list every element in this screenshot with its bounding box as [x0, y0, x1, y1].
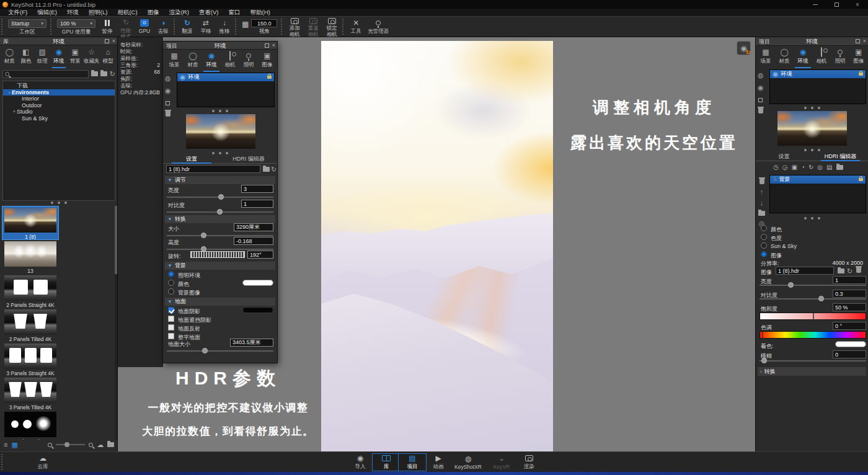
duplicate-icon[interactable] — [166, 101, 170, 105]
environment-list-item[interactable]: ◉ 环境 — [177, 73, 274, 81]
dock-icon[interactable] — [265, 43, 269, 48]
bg-color-radio[interactable] — [168, 280, 174, 286]
background-section-header[interactable]: ▼背景 — [165, 262, 275, 270]
menu-item-window[interactable]: 窗口 — [224, 9, 245, 16]
close-icon[interactable]: × — [272, 42, 275, 48]
brightness-slider[interactable] — [760, 285, 866, 286]
toolbar-grip[interactable] — [174, 19, 177, 35]
grid-view-icon[interactable]: ▦ — [11, 442, 17, 448]
menu-item-view[interactable]: 查看(V) — [195, 9, 223, 16]
pause-button[interactable]: 暂停 — [98, 17, 117, 37]
tab-environment[interactable]: ◉环境 — [202, 50, 221, 71]
tab-lighting[interactable]: 照明 — [831, 46, 849, 67]
saturation-gradient-slider[interactable] — [760, 313, 866, 320]
tree-item-outdoor[interactable]: Outdoor — [3, 102, 115, 109]
refresh-icon[interactable]: ↻ — [271, 166, 277, 173]
ground-reflection-checkbox[interactable] — [168, 324, 174, 331]
ground-size-slider[interactable] — [167, 350, 273, 352]
move-up-icon[interactable]: ↑ — [760, 189, 764, 195]
rotation-dial[interactable] — [190, 251, 245, 258]
animation-button[interactable]: ▶ 动画 — [424, 453, 453, 471]
background-layer-item[interactable]: └ 背景 — [770, 175, 866, 184]
trash-icon[interactable] — [856, 267, 861, 273]
tab-lighting[interactable]: 照明 — [239, 50, 258, 71]
tree-item-studio[interactable]: +Studio — [3, 109, 115, 115]
toolbar-grip[interactable] — [235, 19, 238, 35]
sphere-view-icon[interactable]: ◎ — [817, 164, 823, 171]
hdr-file-field[interactable]: 1 (8).hdr — [166, 165, 260, 173]
contrast-slider[interactable] — [167, 211, 273, 213]
bg-color-swatch[interactable] — [242, 280, 273, 286]
environment-library-icon[interactable]: ◍ — [165, 75, 171, 82]
height-field[interactable]: -0.168 — [234, 237, 273, 245]
close-icon[interactable]: × — [112, 38, 115, 44]
toolbar-grip[interactable] — [281, 19, 284, 35]
menu-item-environment[interactable]: 环境 — [63, 9, 83, 16]
library-search-input[interactable] — [2, 70, 89, 78]
trash-icon[interactable] — [760, 179, 764, 184]
thumbnail-item[interactable]: 2 Panels Straight 4K — [2, 274, 59, 308]
list-view-icon[interactable]: ≡ — [4, 442, 7, 448]
menu-item-file[interactable]: 文件(F) — [4, 9, 32, 16]
drag-dots[interactable] — [756, 217, 868, 220]
add-folder-icon[interactable] — [100, 71, 107, 76]
transform-section-header[interactable]: ▼转换 — [165, 215, 275, 223]
open-file-icon[interactable] — [838, 269, 844, 273]
menu-item-camera[interactable]: 相机(C) — [113, 9, 141, 16]
refresh-icon[interactable]: ↻ — [847, 268, 852, 275]
add-pin-icon[interactable]: ◷ — [773, 164, 779, 171]
tab-material[interactable]: ◯材质 — [775, 46, 794, 67]
folder-icon[interactable] — [758, 211, 765, 216]
drag-dots[interactable] — [163, 110, 277, 112]
hue-gradient-slider[interactable] — [760, 331, 866, 339]
type-sunsky-radio[interactable] — [761, 242, 767, 249]
brightness-field[interactable]: 1 — [833, 276, 866, 284]
contrast-slider[interactable] — [760, 298, 866, 300]
cloud-library-button[interactable]: ☁ 云库 — [29, 453, 57, 471]
thumbnail-item[interactable]: 3 Point Dark 4K — [2, 411, 59, 440]
menu-item-image[interactable]: 图像 — [143, 9, 164, 16]
library-tab-favorites[interactable]: ☆收藏夹 — [84, 46, 100, 67]
size-field[interactable]: 3290厘米 — [234, 223, 273, 231]
minimize-button[interactable] — [805, 0, 826, 9]
dolly-button[interactable]: ↓ 推移 — [215, 17, 234, 37]
menu-item-render[interactable]: 渲染(R) — [165, 9, 193, 16]
library-tab-colors[interactable]: ◧颜色 — [18, 46, 35, 67]
rotation-field[interactable]: 192° — [247, 251, 273, 259]
keyvr-button[interactable]: ◒ KeyVR — [487, 453, 516, 471]
ground-section-header[interactable]: ▼地面 — [165, 298, 275, 306]
keyshotxr-button[interactable]: ◍ KeyShotXR — [450, 453, 486, 471]
blur-field[interactable]: 0 — [833, 350, 866, 358]
library-tab-textures[interactable]: ▨纹理 — [34, 46, 51, 67]
type-color-radio[interactable] — [761, 225, 767, 231]
library-tab-backplates[interactable]: ▣背景 — [67, 46, 84, 67]
light-manager-button[interactable]: 光管理器 — [365, 17, 391, 37]
tab-image[interactable]: ▣图像 — [258, 50, 277, 71]
ground-size-field[interactable]: 3403.5厘米 — [230, 339, 273, 347]
thumbnail-size-slider[interactable] — [56, 444, 85, 445]
adjust-section-header[interactable]: ▼调节 — [165, 176, 275, 184]
blur-slider[interactable] — [760, 360, 866, 362]
fov-input[interactable]: 150.0 — [251, 19, 277, 27]
thumbnail-item[interactable]: 2 Panels Tilted 4K — [2, 308, 59, 342]
save-as-icon[interactable] — [836, 165, 843, 170]
ribbon-grip[interactable] — [1, 454, 2, 470]
duplicate-icon[interactable] — [758, 98, 763, 102]
bg-image-radio[interactable] — [168, 288, 174, 295]
library-scrollbar[interactable] — [115, 206, 117, 440]
thumbnail-item[interactable]: 1 (8) — [2, 206, 59, 240]
toolbar-grip[interactable] — [342, 19, 345, 35]
library-toggle-button[interactable]: 库 — [372, 453, 401, 471]
tab-camera[interactable]: 相机 — [812, 46, 831, 67]
add-folder-icon[interactable] — [107, 442, 114, 447]
add-camera-button[interactable]: 添加 相机 — [285, 17, 304, 37]
thumbnail-item[interactable]: 3 Panels Straight 4K — [2, 342, 59, 376]
height-slider[interactable] — [167, 249, 273, 250]
transform-section-header[interactable]: ›转换 — [758, 367, 866, 376]
tab-scene[interactable]: ▦场景 — [756, 46, 775, 67]
toolbar-grip[interactable] — [1, 19, 4, 35]
drag-dots[interactable] — [756, 107, 868, 109]
reset-camera-button[interactable]: 重置 相机 — [304, 17, 322, 37]
undock-icon[interactable] — [105, 39, 109, 43]
zoom-in-icon[interactable] — [89, 443, 93, 447]
